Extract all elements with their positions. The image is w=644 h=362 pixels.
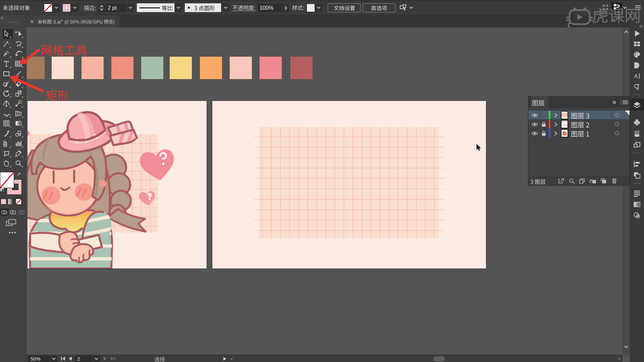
svg-text:A: A bbox=[634, 73, 638, 79]
